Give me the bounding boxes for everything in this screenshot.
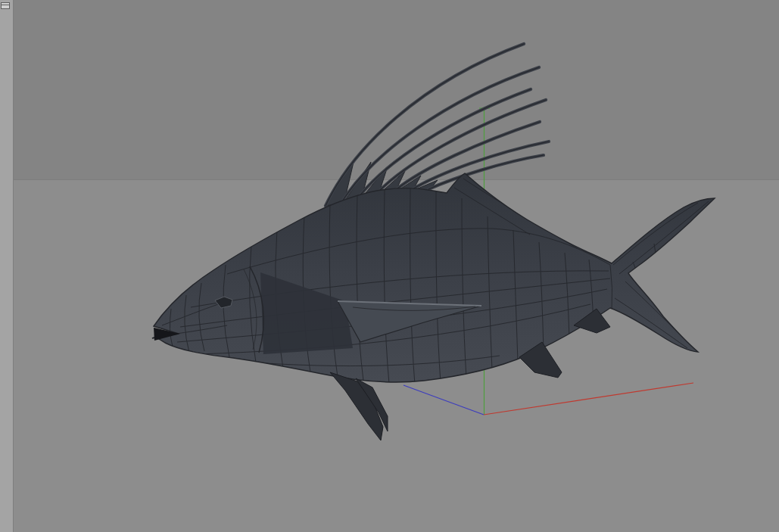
panel-splitter[interactable] — [0, 0, 13, 532]
left-panel-strip[interactable] — [0, 0, 14, 532]
sky-background — [0, 0, 779, 179]
panel-icon[interactable] — [2, 3, 10, 9]
application-window — [0, 0, 779, 532]
viewport-3d[interactable] — [0, 0, 779, 532]
